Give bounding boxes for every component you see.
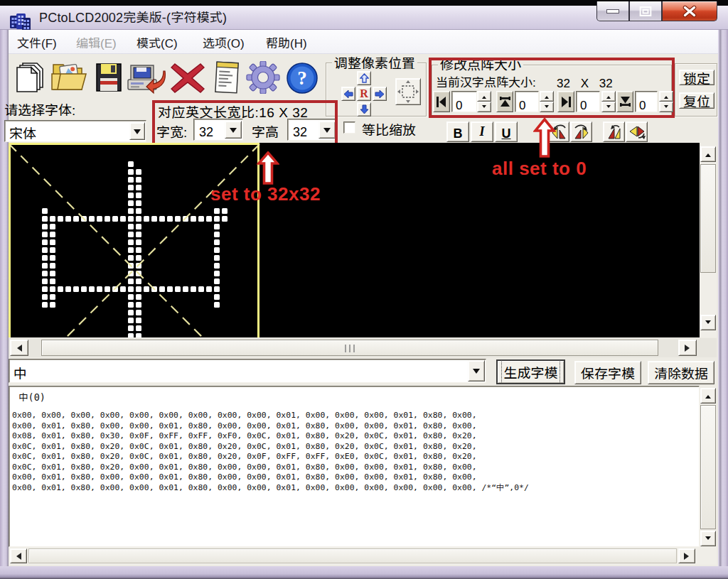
move-right-button[interactable]	[373, 87, 387, 101]
right-arrow-icon	[375, 90, 385, 99]
scroll-left-button[interactable]	[10, 548, 27, 563]
hex-line: 0x0C, 0x01, 0x80, 0x20, 0x0C, 0x01, 0x80…	[12, 451, 477, 461]
save-dots-button[interactable]: 保存字模	[574, 361, 641, 384]
lock-button[interactable]: 锁定	[679, 70, 714, 85]
save-dots-label: 保存字模	[581, 363, 635, 382]
scroll-right-button[interactable]	[678, 340, 697, 356]
matrix-top-value[interactable]: 0	[515, 91, 539, 112]
menu-mode[interactable]: 模式(C)	[136, 33, 178, 51]
scroll-down-button[interactable]	[700, 531, 716, 546]
spin-down-button[interactable]	[659, 102, 673, 112]
canvas-horizontal-scrollbar[interactable]	[9, 338, 717, 357]
matrix-right-value[interactable]: 0	[576, 91, 600, 112]
scroll-left-button[interactable]	[10, 340, 28, 356]
scroll-thumb[interactable]	[28, 548, 677, 563]
underline-button[interactable]: U	[495, 121, 518, 142]
matrix-top-spinner[interactable]	[540, 91, 554, 112]
bold-label: B	[454, 123, 463, 141]
clear-data-button[interactable]: 清除数据	[648, 361, 714, 384]
spin-up-button[interactable]	[601, 91, 616, 102]
character-combobox[interactable]: 中	[9, 359, 486, 383]
matrix-bottom-icon-button[interactable]	[616, 91, 633, 112]
scroll-thumb[interactable]	[700, 164, 716, 273]
open-file-button[interactable]	[50, 61, 89, 94]
move-down-button[interactable]	[357, 102, 371, 117]
menu-options[interactable]: 选项(O)	[203, 33, 245, 51]
spin-up-button[interactable]	[540, 91, 554, 102]
maximize-button[interactable]	[629, 1, 662, 21]
scroll-right-button[interactable]	[678, 548, 695, 563]
annotation-arrow-size	[257, 151, 279, 185]
save-as-button[interactable]	[127, 61, 166, 95]
settings-button[interactable]	[246, 61, 280, 94]
matrix-left-icon-button[interactable]	[433, 91, 450, 112]
down-arrow-icon	[664, 105, 668, 110]
spin-down-button[interactable]	[601, 102, 616, 112]
scroll-down-button[interactable]	[700, 315, 716, 330]
spin-down-button[interactable]	[540, 102, 554, 112]
rotate-right-button[interactable]	[570, 121, 592, 142]
scroll-up-button[interactable]	[700, 146, 716, 162]
right-arrow-icon	[685, 345, 693, 352]
move-up-button[interactable]	[357, 71, 371, 85]
flip-vertical-button[interactable]	[603, 121, 625, 142]
matrix-left-spinner[interactable]	[477, 91, 491, 112]
italic-button[interactable]: I	[471, 121, 493, 142]
matrix-bottom-spinner[interactable]	[659, 91, 673, 112]
save-button[interactable]	[94, 61, 124, 94]
move-left-button[interactable]	[341, 87, 355, 101]
spin-up-button[interactable]	[659, 91, 673, 102]
font-combobox-dropdown[interactable]	[129, 122, 145, 140]
flip-horizontal-icon	[628, 124, 646, 140]
down-arrow-icon	[545, 105, 549, 110]
scroll-up-button[interactable]	[700, 388, 716, 404]
italic-label: I	[479, 124, 484, 139]
font-combobox[interactable]: 宋体	[4, 120, 146, 142]
menu-help[interactable]: 帮助(H)	[266, 33, 307, 51]
output-vertical-scrollbar[interactable]	[700, 387, 717, 547]
up-arrow-icon	[482, 94, 486, 99]
clear-data-label: 清除数据	[654, 363, 708, 382]
generate-button[interactable]: 生成字模	[496, 359, 565, 384]
up-arrow-icon	[705, 392, 711, 399]
scroll-thumb[interactable]	[700, 405, 716, 529]
adjust-position-title: 调整像素位置	[332, 55, 417, 70]
matrix-top-icon-button[interactable]	[496, 91, 513, 112]
scroll-thumb[interactable]	[41, 340, 658, 356]
new-file-button[interactable]	[14, 60, 46, 94]
close-button[interactable]	[662, 1, 717, 21]
notes-button[interactable]	[213, 60, 241, 94]
minimize-button[interactable]	[596, 1, 629, 21]
minimize-icon	[606, 9, 619, 13]
lock-label: 锁定	[683, 68, 710, 87]
matrix-bottom-value[interactable]: 0	[635, 91, 658, 112]
reset-position-button[interactable]: R	[357, 87, 371, 101]
character-combobox-dropdown[interactable]	[468, 360, 485, 382]
spin-up-button[interactable]	[477, 91, 491, 102]
menu-edit[interactable]: 编辑(E)	[76, 33, 117, 51]
menu-file[interactable]: 文件(F)	[17, 33, 57, 51]
canvas-vertical-scrollbar[interactable]	[700, 146, 717, 337]
lcd-editor-canvas[interactable]	[9, 143, 700, 337]
reset-position-label: R	[360, 87, 368, 100]
font-combobox-value: 宋体	[9, 123, 36, 142]
spin-down-button[interactable]	[477, 102, 491, 112]
matrix-right-spinner[interactable]	[601, 91, 616, 112]
output-horizontal-scrollbar[interactable]	[9, 547, 717, 565]
rotate-right-icon	[573, 124, 590, 140]
output-textarea[interactable]: 中(0) 0x00, 0x00, 0x00, 0x00, 0x00, 0x00,…	[9, 386, 700, 547]
delete-button[interactable]	[171, 63, 205, 94]
proportional-scale-checkbox[interactable]	[343, 121, 355, 134]
matrix-right-icon-button[interactable]	[557, 91, 574, 112]
window-title: PCtoLCD2002完美版-(字符模式)	[39, 9, 227, 23]
reset-button[interactable]: 复位	[679, 92, 714, 109]
font-select-label: 请选择字体:	[4, 99, 75, 119]
flip-horizontal-button[interactable]	[626, 121, 648, 142]
matrix-left-value[interactable]: 0	[451, 91, 477, 112]
svg-text:?: ?	[297, 67, 307, 89]
bold-button[interactable]: B	[446, 121, 469, 142]
center-character-button[interactable]	[395, 78, 421, 105]
close-icon	[682, 5, 697, 17]
diagonal-guides	[9, 143, 700, 337]
help-button[interactable]: ?	[286, 62, 318, 94]
